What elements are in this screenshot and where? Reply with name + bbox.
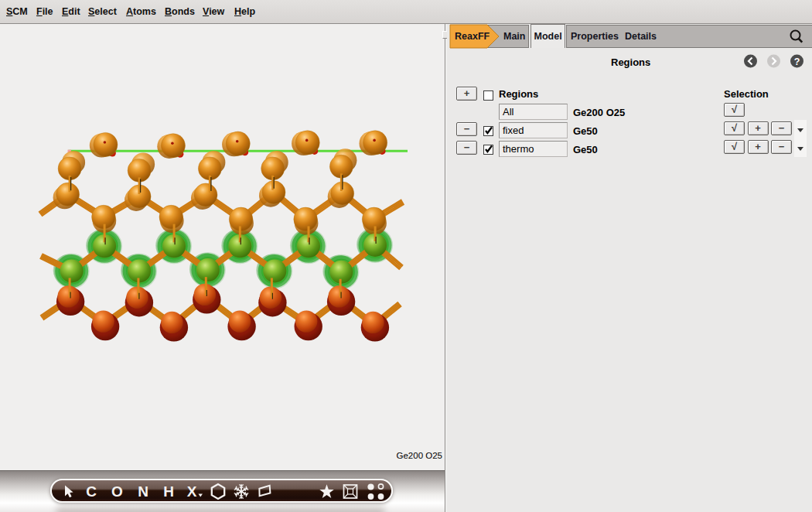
svg-text:C: C bbox=[86, 483, 97, 500]
svg-text:O: O bbox=[111, 483, 123, 500]
svg-text:X: X bbox=[187, 483, 197, 500]
svg-text:N: N bbox=[138, 483, 148, 500]
svg-text:H: H bbox=[163, 483, 174, 500]
svg-text:?: ? bbox=[794, 56, 800, 67]
